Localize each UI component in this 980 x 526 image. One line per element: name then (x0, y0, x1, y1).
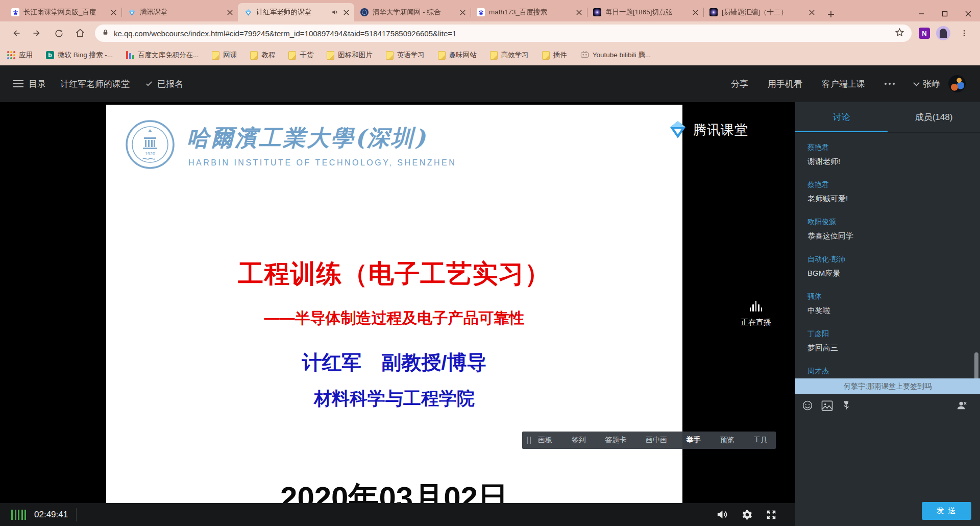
new-tab-button[interactable] (824, 7, 838, 21)
browser-tab[interactable]: 每日一题[1865]切点弦 (587, 3, 703, 21)
flower-icon[interactable] (840, 399, 852, 412)
chat-sender[interactable]: 丁彦阳 (807, 329, 980, 339)
browser-window: 长江雨课堂网页版_百度 腾讯课堂 计红军老师的课堂 清华大学新闻网 - 综合 (0, 0, 980, 526)
chat-sender[interactable]: 自动化-彭沛 (807, 255, 980, 264)
tab-audio-icon[interactable] (331, 9, 339, 16)
bookmark-folder[interactable]: 趣味网站 (438, 51, 477, 60)
live-label: 正在直播 (733, 318, 779, 327)
wenku-icon (126, 51, 134, 59)
toolbar-whiteboard[interactable]: 画板 (538, 436, 552, 445)
browser-profile-avatar[interactable] (936, 26, 950, 40)
chat-sender[interactable]: 欧阳俊源 (807, 218, 980, 227)
browser-tab-bar: 长江雨课堂网页版_百度 腾讯课堂 计红军老师的课堂 清华大学新闻网 - 综合 (0, 0, 980, 21)
bookmark-star-icon[interactable] (895, 28, 904, 39)
bookmark-folder[interactable]: 教程 (250, 51, 275, 60)
bookmark-apps[interactable]: 应用 (7, 51, 33, 60)
toolbar-preview[interactable]: 预览 (720, 436, 734, 445)
browser-tab-active[interactable]: 计红军老师的课堂 (238, 3, 354, 21)
url-text[interactable]: ke.qq.com/webcourse/index.html#cid=79924… (114, 29, 456, 38)
more-options-icon[interactable] (885, 83, 895, 85)
toolbar-tools[interactable]: 工具 (753, 436, 768, 445)
folder-icon (542, 51, 550, 60)
onenote-extension-icon[interactable]: N (919, 28, 930, 39)
back-button[interactable] (8, 25, 24, 41)
settings-gear-icon[interactable] (741, 509, 752, 520)
window-minimize-button[interactable] (910, 6, 933, 21)
browser-tab[interactable]: [易错题汇编]（十二） (703, 3, 820, 21)
bookmark-folder[interactable]: 插件 (542, 51, 567, 60)
tab-close-icon[interactable] (458, 8, 467, 16)
tab-title: [易错题汇编]（十二） (722, 8, 804, 17)
baidu-favicon (11, 8, 19, 16)
bookmark-youtube-bilibili[interactable]: Youtube bilibili 腾... (580, 51, 651, 60)
notice-banner[interactable]: 何擎宇:那雨课堂上要签到吗 (795, 378, 980, 394)
chat-text: 恭喜这位同学 (807, 231, 980, 241)
university-name-en: HARBIN INSTITUTE OF TECHNOLOGY, SHENZHEN (188, 158, 456, 168)
bookmark-wenku[interactable]: 百度文库免积分在... (126, 51, 199, 60)
open-in-client-button[interactable]: 客户端上课 (822, 78, 865, 90)
browser-tab[interactable]: 长江雨课堂网页版_百度 (5, 3, 121, 21)
bookmark-folder[interactable]: 英语学习 (386, 51, 425, 60)
drag-handle[interactable] (527, 437, 531, 444)
toolbar-answer-card[interactable]: 答题卡 (605, 436, 626, 445)
toolbar-raise-hand[interactable]: 举手 (687, 436, 701, 445)
toolbar-pip[interactable]: 画中画 (646, 436, 667, 445)
bookmark-folder[interactable]: 图标和图片 (327, 51, 373, 60)
bookmark-label: 教程 (261, 51, 275, 60)
menu-icon[interactable] (13, 80, 23, 87)
send-button[interactable]: 发 送 (922, 502, 971, 520)
chat-sender[interactable]: 蔡艳君 (807, 180, 980, 189)
browser-tab[interactable]: math173_百度搜索 (471, 3, 587, 21)
watch-on-phone-button[interactable]: 用手机看 (768, 78, 802, 90)
bookmark-folder[interactable]: 干货 (288, 51, 313, 60)
browser-menu-icon[interactable] (956, 25, 972, 41)
emoji-icon[interactable] (801, 399, 814, 412)
member-mute-icon[interactable] (955, 399, 968, 412)
chevron-down-icon[interactable] (913, 80, 920, 86)
window-maximize-button[interactable] (933, 6, 957, 21)
reload-button[interactable] (51, 25, 67, 41)
course-header: 目录 计红军老师的课堂 已报名 分享 用手机看 客户端上课 张峥 (0, 65, 980, 102)
chat-message: 蔡艳君 老师贼可爱! (795, 174, 980, 211)
volume-icon[interactable] (716, 509, 728, 520)
university-logo-row: 1920 哈爾濱工業大學(深圳) HARBIN INSTITUTE OF TEC… (125, 119, 456, 170)
image-icon[interactable] (821, 399, 833, 412)
tv-icon (580, 51, 589, 60)
tab-members[interactable]: 成员(148) (888, 102, 980, 132)
video-area[interactable]: 1920 哈爾濱工業大學(深圳) HARBIN INSTITUTE OF TEC… (0, 102, 795, 526)
tab-discussion[interactable]: 讨论 (795, 102, 888, 132)
tab-close-icon[interactable] (226, 8, 234, 16)
catalog-button[interactable]: 目录 (29, 78, 46, 90)
browser-tab[interactable]: 腾讯课堂 (121, 3, 238, 21)
tab-title: 计红军老师的课堂 (256, 8, 329, 17)
bookmark-folder[interactable]: 网课 (212, 51, 237, 60)
bookmark-bing[interactable]: b 微软 Bing 搜索 -... (46, 51, 113, 60)
window-close-button[interactable] (957, 6, 980, 21)
chat-sender[interactable]: 骚体 (807, 292, 980, 301)
user-avatar[interactable] (948, 75, 966, 92)
tab-close-icon[interactable] (342, 8, 350, 16)
tab-close-icon[interactable] (807, 8, 816, 16)
browser-tab[interactable]: 清华大学新闻网 - 综合 (354, 3, 471, 21)
bookmark-label: 微软 Bing 搜索 -... (58, 51, 113, 60)
bookmark-folder[interactable]: 高效学习 (490, 51, 529, 60)
forward-button[interactable] (29, 25, 45, 41)
chat-sender[interactable]: 周才杰 (807, 367, 980, 376)
share-button[interactable]: 分享 (731, 78, 748, 90)
signal-strength-icon (11, 510, 26, 520)
username[interactable]: 张峥 (923, 78, 940, 90)
bookmark-label: 图标和图片 (338, 51, 373, 60)
home-button[interactable] (72, 25, 88, 41)
course-title: 计红军老师的课堂 (60, 78, 130, 90)
classroom-toolbar[interactable]: 画板 签到 答题卡 画中画 举手 预览 工具 (522, 432, 776, 449)
tab-close-icon[interactable] (109, 8, 117, 16)
fullscreen-icon[interactable] (765, 509, 777, 520)
chat-message-list[interactable]: 蔡艳君 谢谢老师! 蔡艳君 老师贼可爱! 欧阳俊源 恭喜这位同学 自动化-彭沛 … (795, 137, 980, 398)
tab-close-icon[interactable] (575, 8, 583, 16)
baidu-favicon (477, 8, 485, 16)
address-bar[interactable]: ke.qq.com/webcourse/index.html#cid=79924… (95, 25, 912, 42)
chat-sender[interactable]: 蔡艳君 (807, 143, 980, 152)
toolbar-checkin[interactable]: 签到 (572, 436, 586, 445)
tencent-classroom-favicon (128, 8, 136, 16)
tab-close-icon[interactable] (691, 8, 699, 16)
